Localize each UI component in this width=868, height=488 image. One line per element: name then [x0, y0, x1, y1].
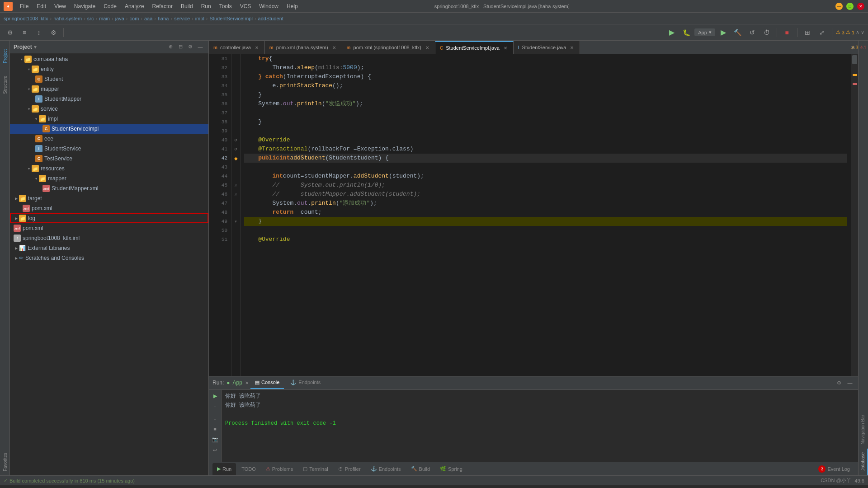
tab-close-icon[interactable]: ✕ [254, 44, 260, 51]
profile-icon[interactable]: ⏱ [760, 26, 773, 39]
run-button[interactable]: ▶ [665, 26, 678, 39]
tab-close-icon[interactable]: ✕ [331, 44, 337, 51]
run-play-button[interactable]: ▶ [211, 392, 220, 401]
folder-arrow-icon[interactable]: ▾ [33, 176, 39, 181]
right-tab-database[interactable]: Database [859, 449, 868, 475]
folder-arrow-icon[interactable]: ▾ [26, 166, 32, 171]
debug-button[interactable]: 🐛 [680, 26, 693, 39]
tree-item-external-libs[interactable]: ▶ 📊 External Libraries [10, 243, 208, 253]
menu-item-refactor[interactable]: Refactor [149, 2, 176, 10]
folder-arrow-icon[interactable]: ▾ [19, 56, 24, 62]
breadcrumb-item-5[interactable]: com [130, 16, 139, 21]
folder-arrow-icon[interactable]: ▶ [14, 196, 19, 201]
tree-item[interactable]: xml pom.xml [10, 203, 208, 213]
tab-controller[interactable]: m controller.java ✕ [209, 41, 265, 54]
run-close-icon[interactable]: ✕ [245, 380, 249, 385]
tab-close-icon[interactable]: ✕ [424, 44, 430, 51]
tree-item[interactable]: C eee [10, 134, 208, 144]
tree-item[interactable]: xml StudentMapper.xml [10, 183, 208, 193]
run-down-button[interactable]: ↓ [211, 413, 220, 422]
run-wrap-button[interactable]: ↩ [211, 446, 220, 455]
settings-icon[interactable]: ⚙ [835, 378, 844, 387]
settings-icon[interactable]: ⚙ [4, 26, 16, 39]
editor-scrollbar[interactable] [851, 54, 858, 376]
menu-item-help[interactable]: Help [283, 2, 302, 10]
folder-arrow-icon[interactable]: ▾ [26, 66, 32, 72]
sort-icon[interactable]: ↕ [33, 26, 45, 39]
toolbar-spring-tab[interactable]: 🌿 Spring [435, 463, 467, 475]
stop-icon[interactable]: ■ [781, 26, 793, 39]
folder-arrow-icon[interactable]: ▶ [14, 245, 19, 251]
toolbar-todo-tab[interactable]: TODO [237, 463, 260, 475]
tree-item[interactable]: ▾ 📁 com.aaa.haha [10, 54, 208, 64]
menu-item-tools[interactable]: Tools [216, 2, 236, 10]
tree-item[interactable]: xml pom.xml [10, 223, 208, 233]
menu-item-code[interactable]: Code [100, 2, 120, 10]
tab-close-icon[interactable]: ✕ [502, 45, 509, 51]
right-tab-navigation[interactable]: Navigation Bar [859, 411, 868, 448]
folder-arrow-icon[interactable]: ▾ [26, 106, 32, 112]
layout-icon[interactable]: ⊞ [801, 26, 814, 39]
breadcrumb-item-4[interactable]: java [115, 16, 124, 21]
menu-item-window[interactable]: Window [255, 2, 282, 10]
minimize-panel-icon[interactable]: — [845, 378, 854, 387]
minimize-button[interactable]: — [835, 3, 843, 10]
fold-icon[interactable]: ▼ [234, 220, 238, 224]
toolbar-terminal-tab[interactable]: ▢ Terminal [298, 463, 333, 475]
panel-settings-icon[interactable]: ⚙ [186, 42, 195, 52]
breadcrumb-item-3[interactable]: main [99, 16, 110, 21]
toolbar-profiler-tab[interactable]: ⏱ Profiler [334, 463, 365, 475]
tab-pom-haha[interactable]: m pom.xml (haha-system) ✕ [265, 41, 342, 54]
menu-item-build[interactable]: Build [177, 2, 197, 10]
console-tab[interactable]: ▤ Console [250, 376, 284, 389]
breadcrumb-item-7[interactable]: haha [158, 16, 169, 21]
tree-item-target[interactable]: ▶ 📁 target [10, 193, 208, 203]
close-button[interactable]: ✕ [857, 3, 864, 10]
menu-item-analyze[interactable]: Analyze [121, 2, 148, 10]
tab-student-service-impl[interactable]: C StudentServiceImpl.java ✕ [435, 41, 514, 54]
tab-student-service[interactable]: I StudentService.java ✕ [514, 41, 580, 54]
structure-icon[interactable]: ≡ [18, 26, 31, 39]
breadcrumb-item-11[interactable]: addStudent [258, 16, 283, 21]
menu-item-vcs[interactable]: VCS [236, 2, 255, 10]
breadcrumb-item-1[interactable]: haha-system [53, 16, 82, 21]
toolbar-endpoints-tab[interactable]: ⚓ Endpoints [366, 463, 406, 475]
tab-pom-springboot[interactable]: m pom.xml (springboot1008_ktlx) ✕ [342, 41, 435, 54]
folder-arrow-icon[interactable]: ▶ [14, 255, 19, 261]
build-icon[interactable]: 🔨 [731, 26, 744, 39]
toolbar-problems-tab[interactable]: ⚠ Problems [261, 463, 297, 475]
tree-item-scratches[interactable]: ▶ ✏ Scratches and Consoles [10, 253, 208, 263]
structure-side-icon[interactable]: Structure [1, 71, 9, 99]
endpoints-tab[interactable]: ⚓ Endpoints [286, 376, 325, 389]
reload-icon[interactable]: ↺ [746, 26, 759, 39]
expand-icon[interactable]: ⤢ [816, 26, 828, 39]
breadcrumb-item-8[interactable]: service [174, 16, 190, 21]
maximize-button[interactable]: □ [846, 3, 854, 10]
tab-close-icon[interactable]: ✕ [569, 44, 575, 51]
tree-item[interactable]: ▾ 📁 impl [10, 114, 208, 124]
toolbar-run-tab[interactable]: ▶ Run [212, 463, 236, 475]
menu-item-run[interactable]: Run [198, 2, 215, 10]
breadcrumb-item-9[interactable]: impl [195, 16, 204, 21]
tree-item[interactable]: ▾ 📁 mapper [10, 174, 208, 183]
locate-icon[interactable]: ⊕ [166, 42, 175, 52]
tree-item[interactable]: ▾ 📁 service [10, 104, 208, 114]
tree-item[interactable]: I StudentService [10, 144, 208, 154]
tree-item[interactable]: C TestService [10, 154, 208, 164]
tree-item[interactable]: ▾ 📁 entity [10, 64, 208, 74]
run-up-button[interactable]: ↑ [211, 403, 220, 412]
tree-item[interactable]: ▾ 📁 resources [10, 164, 208, 174]
menu-item-edit[interactable]: Edit [33, 2, 50, 10]
tree-item[interactable]: C Student [10, 74, 208, 84]
menu-item-navigate[interactable]: Navigate [71, 2, 99, 10]
toolbar-build-tab[interactable]: 🔨 Build [406, 463, 434, 475]
breadcrumb-item-6[interactable]: aaa [144, 16, 152, 21]
favorites-icon[interactable]: Favorites [1, 448, 9, 475]
run-config-dropdown[interactable]: App ▾ [694, 28, 715, 36]
gear2-icon[interactable]: ⚙ [47, 26, 60, 39]
tree-item-student-service-impl[interactable]: C StudentServiceImpl [10, 124, 208, 134]
tree-item[interactable]: f springboot1008_ktlx.iml [10, 233, 208, 243]
project-icon[interactable]: Project [1, 42, 9, 70]
tree-item[interactable]: ▾ 📁 mapper [10, 84, 208, 94]
tree-item[interactable]: I StudentMapper [10, 94, 208, 104]
